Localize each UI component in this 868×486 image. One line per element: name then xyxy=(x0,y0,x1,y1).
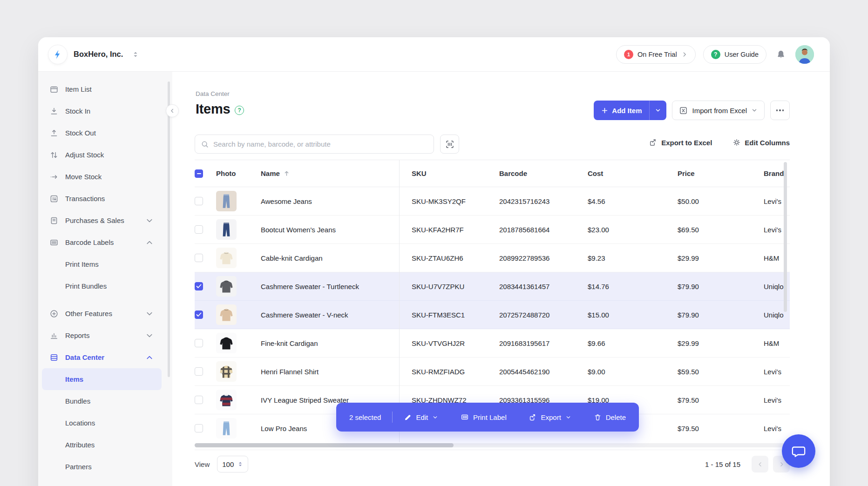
chevron-down-icon xyxy=(432,414,438,420)
table-vertical-scrollbar[interactable] xyxy=(784,162,787,312)
search-input[interactable] xyxy=(213,140,428,148)
row-checkbox[interactable] xyxy=(195,282,203,290)
user-guide-label: User Guide xyxy=(725,51,759,58)
cell-cost: $15.00 xyxy=(588,311,678,319)
chat-launcher-button[interactable] xyxy=(782,434,815,468)
sidebar-item-data-center[interactable]: Data Center xyxy=(42,346,162,368)
row-checkbox[interactable] xyxy=(195,424,203,432)
boxhero-logo-icon xyxy=(48,45,67,64)
cell-cost: $14.76 xyxy=(588,283,678,290)
table-header: Photo Name SKU Barcode Cost Price Brand xyxy=(195,160,790,187)
row-checkbox[interactable] xyxy=(195,396,203,404)
sidebar-item-item-list[interactable]: Item List xyxy=(42,78,162,100)
select-all-checkbox[interactable] xyxy=(195,169,203,178)
selected-count: 2 selected xyxy=(349,413,381,421)
table-horizontal-scrollbar[interactable] xyxy=(195,443,454,447)
sidebar-item-stock-in[interactable]: Stock In xyxy=(42,100,162,122)
row-checkbox[interactable] xyxy=(195,254,203,262)
sidebar-item-partners[interactable]: Partners xyxy=(42,456,162,478)
cell-name: Cable-knit Cardigan xyxy=(261,254,399,262)
bulk-delete-button[interactable]: Delete xyxy=(594,413,626,421)
user-avatar[interactable] xyxy=(795,45,814,64)
barcode-label-icon xyxy=(461,413,469,421)
help-icon[interactable]: ? xyxy=(235,106,244,115)
bulk-edit-button[interactable]: Edit xyxy=(404,413,438,421)
previous-page-button[interactable] xyxy=(752,456,768,472)
sidebar-item-reports[interactable]: Reports xyxy=(42,324,162,346)
sidebar-item-adjust-stock[interactable]: Adjust Stock xyxy=(42,144,162,166)
sidebar-item-bundles[interactable]: Bundles xyxy=(42,390,162,412)
column-header-cost[interactable]: Cost xyxy=(588,169,678,177)
row-checkbox[interactable] xyxy=(195,197,203,205)
chevron-down-icon xyxy=(145,216,154,225)
page-size-select[interactable]: 100 xyxy=(217,456,248,472)
cell-name: Awesome Jeans xyxy=(261,197,399,205)
search-box xyxy=(195,135,434,154)
sidebar-item-print-items[interactable]: Print Items xyxy=(42,253,162,275)
company-switcher-icon[interactable] xyxy=(132,51,139,58)
cell-barcode: 2089922789536 xyxy=(499,254,588,262)
table-row[interactable]: Fine-knit CardiganSKU-VTVGHJ2R2091683195… xyxy=(195,329,790,358)
edit-columns-button[interactable]: Edit Columns xyxy=(732,138,790,147)
table-horizontal-scrollbar-track xyxy=(195,443,790,447)
chevron-down-icon xyxy=(655,107,661,114)
app-window: BoxHero, Inc. 1 On Free Trial ? User Gui… xyxy=(38,37,830,486)
row-checkbox[interactable] xyxy=(195,339,203,347)
add-item-button[interactable]: Add Item xyxy=(594,101,666,120)
print-label-button[interactable]: Print Label xyxy=(461,413,507,421)
barcode-scan-button[interactable] xyxy=(440,135,459,154)
notifications-bell-icon[interactable] xyxy=(776,49,786,60)
item-photo xyxy=(216,248,237,268)
sidebar-item-move-stock[interactable]: Move Stock xyxy=(42,166,162,188)
table-row[interactable]: Cable-knit CardiganSKU-ZTAU6ZH6208992278… xyxy=(195,244,790,272)
cell-name: Bootcut Women's Jeans xyxy=(261,226,399,234)
more-options-button[interactable] xyxy=(770,101,790,120)
transactions-icon xyxy=(49,194,59,203)
sidebar-item-items[interactable]: Items xyxy=(42,368,162,390)
table-row[interactable]: Awesome JeansSKU-MK3SY2QF2042315716243$4… xyxy=(195,187,790,216)
itemlist-icon xyxy=(49,85,59,94)
sidebar-item-barcode-labels[interactable]: Barcode Labels xyxy=(42,231,162,253)
company-name[interactable]: BoxHero, Inc. xyxy=(74,50,123,59)
import-from-excel-button[interactable]: Import from Excel xyxy=(672,101,765,120)
cell-price: $79.90 xyxy=(678,311,764,319)
trial-badge-icon: 1 xyxy=(624,50,633,59)
cell-brand: H&M xyxy=(764,339,790,347)
row-checkbox[interactable] xyxy=(195,225,203,234)
column-header-photo[interactable]: Photo xyxy=(216,169,261,177)
table-row[interactable]: Henri Flannel ShirtSKU-RMZFIADG200544546… xyxy=(195,358,790,386)
sidebar-collapse-button[interactable] xyxy=(166,104,179,117)
trial-status-button[interactable]: 1 On Free Trial xyxy=(616,45,696,64)
purchases-icon xyxy=(49,216,59,225)
cell-barcode: 2018785681664 xyxy=(499,226,588,234)
user-guide-button[interactable]: ? User Guide xyxy=(703,45,766,64)
table-row[interactable]: Cashmere Sweater - TurtleneckSKU-U7V7ZPK… xyxy=(195,272,790,301)
frozen-column-divider xyxy=(399,160,400,442)
sidebar-item-stock-out[interactable]: Stock Out xyxy=(42,122,162,144)
sidebar-item-transactions[interactable]: Transactions xyxy=(42,188,162,209)
column-header-sku[interactable]: SKU xyxy=(399,169,499,177)
sidebar-item-print-bundles[interactable]: Print Bundles xyxy=(42,275,162,297)
row-checkbox[interactable] xyxy=(195,310,203,319)
add-item-label: Add Item xyxy=(612,107,642,115)
add-item-dropdown[interactable] xyxy=(650,107,666,114)
search-icon xyxy=(201,140,209,148)
column-header-price[interactable]: Price xyxy=(678,169,764,177)
topbar: BoxHero, Inc. 1 On Free Trial ? User Gui… xyxy=(38,37,830,72)
item-photo xyxy=(216,191,237,211)
sidebar-item-other-features[interactable]: Other Features xyxy=(42,303,162,324)
export-to-excel-label: Export to Excel xyxy=(661,139,712,147)
table-row[interactable]: Bootcut Women's JeansSKU-KFA2HR7F2018785… xyxy=(195,216,790,244)
sidebar-item-purchases-sales[interactable]: Purchases & Sales xyxy=(42,209,162,231)
export-to-excel-button[interactable]: Export to Excel xyxy=(649,138,712,147)
sidebar-item-locations[interactable]: Locations xyxy=(42,412,162,434)
row-checkbox[interactable] xyxy=(195,367,203,376)
column-header-name[interactable]: Name xyxy=(261,169,399,177)
sidebar-item-attributes[interactable]: Attributes xyxy=(42,434,162,456)
stock-out-icon xyxy=(49,128,59,138)
chevron-down-icon xyxy=(145,309,154,318)
column-header-barcode[interactable]: Barcode xyxy=(499,169,588,177)
table-row[interactable]: Cashmere Sweater - V-neckSKU-FTM3ESC1207… xyxy=(195,301,790,329)
sidebar-scrollbar[interactable] xyxy=(168,81,170,377)
bulk-export-button[interactable]: Export xyxy=(529,413,571,421)
